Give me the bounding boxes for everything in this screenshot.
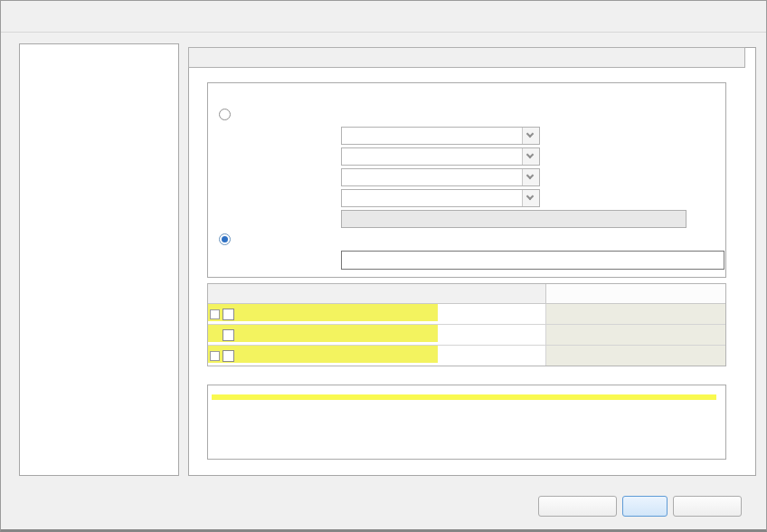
- value-column-header: [546, 284, 725, 303]
- table-row: [208, 346, 725, 366]
- title-bar: [1, 1, 766, 33]
- use-custom-radio-row[interactable]: [219, 232, 236, 246]
- description-groupbox: [207, 385, 726, 460]
- custom-user-agent-input[interactable]: [341, 251, 724, 270]
- runtime-settings-dialog: [0, 0, 767, 532]
- checkbox-checked[interactable]: [223, 309, 234, 320]
- browser-emulation-property-table: [207, 283, 726, 366]
- user-agent-groupbox: [207, 82, 726, 278]
- settings-content-panel: [188, 47, 756, 476]
- chevron-down-icon[interactable]: [522, 128, 539, 144]
- settings-tree: [19, 43, 179, 476]
- property-column-header: [208, 284, 546, 303]
- chevron-down-icon[interactable]: [522, 190, 539, 206]
- browser-version-select[interactable]: [341, 147, 540, 166]
- browser-type-select[interactable]: [341, 127, 540, 145]
- checkbox-checked[interactable]: [223, 329, 234, 341]
- table-row: [208, 304, 725, 325]
- checkbox-checked[interactable]: [223, 350, 234, 362]
- value-cell[interactable]: [546, 346, 725, 366]
- table-row: [208, 325, 725, 346]
- cancel-button[interactable]: [673, 496, 742, 517]
- value-cell[interactable]: [546, 304, 725, 324]
- chevron-down-icon[interactable]: [522, 148, 539, 165]
- value-cell[interactable]: [546, 325, 725, 345]
- user-agent-string-field-disabled: [341, 210, 687, 228]
- expand-plus-icon[interactable]: [210, 351, 220, 361]
- ok-button[interactable]: [622, 496, 668, 517]
- platform-select[interactable]: [341, 168, 540, 186]
- use-browser-radio-row[interactable]: [219, 107, 236, 121]
- expand-plus-icon[interactable]: [210, 309, 220, 319]
- panel-header: [188, 47, 745, 68]
- language-select[interactable]: [341, 189, 540, 207]
- use-defaults-button[interactable]: [538, 496, 617, 517]
- table-header-row: [208, 284, 725, 304]
- chevron-down-icon[interactable]: [522, 169, 539, 185]
- radio-selected-icon[interactable]: [219, 233, 231, 245]
- description-text: [212, 394, 716, 400]
- radio-unselected-icon[interactable]: [219, 109, 231, 120]
